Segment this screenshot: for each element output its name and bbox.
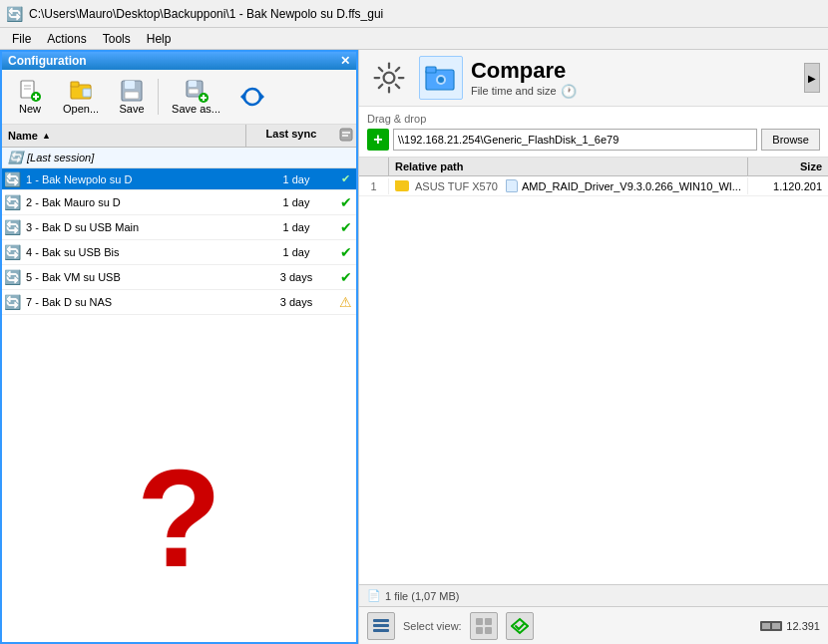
sync-button[interactable] <box>231 80 273 114</box>
row-sync-icon: 🔄 <box>2 242 22 262</box>
row-status-check: ✔ <box>336 168 356 189</box>
file-icon-status: 📄 <box>367 589 381 602</box>
toolbar: New Open... <box>2 70 356 125</box>
row-sync-icon: 🔄 <box>2 292 22 312</box>
menu-actions[interactable]: Actions <box>39 30 94 48</box>
row-status-warning: ⚠ <box>336 290 356 314</box>
name-column-header[interactable]: Name ▲ <box>2 125 246 147</box>
folder-icon-inline <box>395 180 409 191</box>
expand-button[interactable]: ▶ <box>804 63 820 93</box>
session-list: 🔄 [Last session] 🔄 1 - Bak Newpolo su D … <box>2 148 356 395</box>
file-count-label: 1 file (1,07 MB) <box>385 590 460 602</box>
config-title: Configuration <box>8 54 87 68</box>
row-sync: 3 days <box>256 292 336 312</box>
row-name: 1 - Bak Newpolo su D <box>22 169 256 189</box>
svg-rect-8 <box>83 89 91 97</box>
right-panel: Compare File time and size 🕐 ▶ Drag & dr… <box>358 50 828 644</box>
svg-rect-10 <box>125 81 135 89</box>
path-bar: + Browse <box>367 129 820 151</box>
row-sync-icon: 🔄 <box>2 169 22 189</box>
num-column-header <box>359 158 389 175</box>
list-item[interactable]: 🔄 2 - Bak Mauro su D 1 day ✔ <box>2 190 356 215</box>
menu-help[interactable]: Help <box>139 30 180 48</box>
session-group-label: [Last session] <box>27 152 94 163</box>
path-input[interactable] <box>393 129 757 151</box>
row-sync: 1 day <box>256 169 336 189</box>
compare-subtitle: File time and size 🕐 <box>471 84 796 99</box>
sync-icon <box>240 85 264 109</box>
list-header: Name ▲ Last sync <box>2 125 356 148</box>
file-list-header: Relative path Size <box>359 158 828 176</box>
relpath-column-header[interactable]: Relative path <box>389 158 748 175</box>
new-icon <box>18 79 42 103</box>
row-name: 3 - Bak D su USB Main <box>22 217 256 237</box>
svg-point-23 <box>384 73 395 84</box>
svg-rect-40 <box>485 618 492 625</box>
list-item[interactable]: 🔄 4 - Bak su USB Bis 1 day ✔ <box>2 240 356 265</box>
file-list-section: Relative path Size 1 ASUS TUF X570 AMD_R… <box>359 158 828 584</box>
list-item[interactable]: 🔄 5 - Bak VM su USB 3 days ✔ <box>2 265 356 290</box>
list-item[interactable]: 🔄 1 - Bak Newpolo su D 1 day ✔ <box>2 168 356 190</box>
row-sync: 1 day <box>256 217 336 237</box>
view-mode-button-2[interactable] <box>506 612 534 640</box>
svg-rect-42 <box>485 627 492 634</box>
row-name: 7 - Bak D su NAS <box>22 292 256 312</box>
open-button[interactable]: Open... <box>54 74 108 120</box>
row-sync-icon: 🔄 <box>2 267 22 287</box>
browse-button[interactable]: Browse <box>761 129 820 151</box>
row-sync: 3 days <box>256 267 336 287</box>
row-sync-icon: 🔄 <box>2 192 22 212</box>
status-column-header <box>336 125 356 147</box>
row-status-check: ✔ <box>336 265 356 289</box>
new-button[interactable]: New <box>8 74 52 120</box>
svg-rect-37 <box>373 624 389 627</box>
file-name: AMD_RAID_Driver_V9.3.0.266_WIN10_WI... <box>522 180 741 192</box>
folder-name: ASUS TUF X570 <box>415 180 498 192</box>
compare-folder-button[interactable] <box>419 56 463 100</box>
svg-rect-38 <box>373 629 389 632</box>
menu-tools[interactable]: Tools <box>95 30 139 48</box>
menubar: File Actions Tools Help <box>0 28 828 50</box>
svg-rect-41 <box>476 627 483 634</box>
save-button[interactable]: Save <box>110 74 154 120</box>
row-sync: 1 day <box>256 192 336 212</box>
add-path-button[interactable]: + <box>367 129 389 151</box>
settings-button[interactable] <box>367 56 411 100</box>
row-sync-icon: 🔄 <box>2 217 22 237</box>
row-status-check: ✔ <box>336 240 356 264</box>
close-panel-button[interactable]: ✕ <box>340 54 350 68</box>
svg-marker-19 <box>240 93 244 101</box>
svg-point-35 <box>438 77 444 83</box>
main-layout: Configuration ✕ New <box>0 50 828 644</box>
right-bottom-toolbar: Select view: <box>359 606 828 644</box>
left-panel-header: Configuration ✕ <box>2 52 356 70</box>
svg-rect-45 <box>772 623 780 629</box>
svg-line-28 <box>379 68 382 71</box>
sync-column-header[interactable]: Last sync <box>246 125 336 147</box>
sort-icon: ▲ <box>42 131 51 141</box>
open-label: Open... <box>63 103 99 115</box>
view-mode-button-1[interactable] <box>470 612 498 640</box>
compare-main-title: Compare <box>471 58 796 84</box>
open-icon <box>69 79 93 103</box>
list-item[interactable]: 🔄 7 - Bak D su NAS 3 days ⚠ <box>2 290 356 315</box>
menu-file[interactable]: File <box>4 30 39 48</box>
file-row[interactable]: 1 ASUS TUF X570 AMD_RAID_Driver_V9.3.0.2… <box>359 176 828 196</box>
row-name: 2 - Bak Mauro su D <box>22 192 256 212</box>
row-name: 4 - Bak su USB Bis <box>22 242 256 262</box>
file-row-size: 1.120.201 <box>748 178 828 194</box>
svg-line-31 <box>379 85 382 88</box>
save-label: Save <box>120 103 145 115</box>
compare-title-section: Compare File time and size 🕐 <box>471 58 796 99</box>
size-column-header[interactable]: Size <box>748 158 828 175</box>
save-as-icon <box>185 79 208 103</box>
save-as-label: Save as... <box>172 103 220 115</box>
file-icon-small <box>506 179 518 192</box>
list-view-button[interactable] <box>367 612 395 640</box>
list-item[interactable]: 🔄 3 - Bak D su USB Main 1 day ✔ <box>2 215 356 240</box>
new-label: New <box>19 103 41 115</box>
save-icon <box>120 79 144 103</box>
save-as-button[interactable]: Save as... <box>163 74 229 120</box>
row-status-check: ✔ <box>336 215 356 239</box>
select-view-label: Select view: <box>403 620 462 632</box>
